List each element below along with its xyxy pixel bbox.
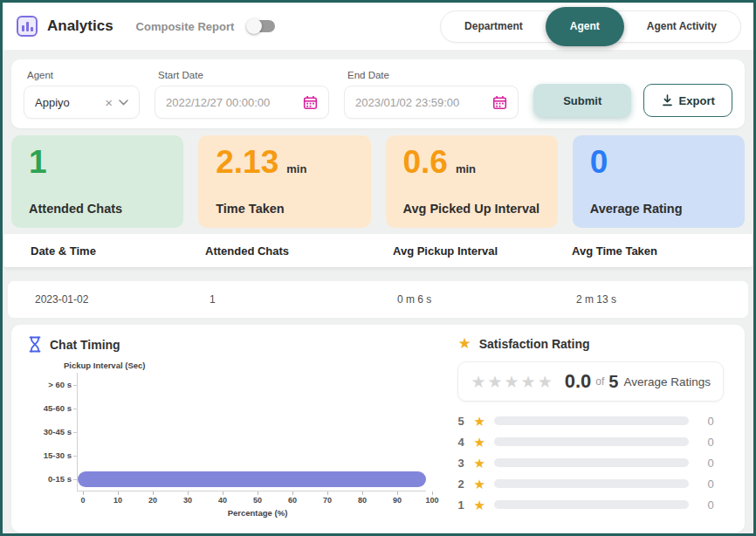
chart-bar (78, 471, 426, 487)
rating-bar (494, 437, 689, 446)
axis-tick (153, 491, 154, 495)
chart-bar-row (78, 373, 426, 396)
page-title: Analytics (47, 17, 113, 35)
table-body: 2023-01-0210 m 6 s2 m 13 s (8, 281, 748, 318)
composite-report-toggle[interactable] (246, 17, 278, 35)
stat-value-row: 0 (590, 144, 727, 182)
start-date-calendar-icon[interactable] (303, 95, 318, 110)
analytics-icon (17, 16, 38, 37)
star-icon: ★ (473, 436, 485, 449)
bottom-panel: Chat Timing Pickup Interval (Sec) > 60 s… (11, 325, 745, 533)
table-cell: 2 m 13 s (576, 293, 748, 306)
download-icon (662, 94, 673, 107)
stat-label: Average Rating (590, 202, 727, 216)
export-button[interactable]: Export (643, 84, 732, 117)
axis-tick-label: 10 (113, 496, 122, 505)
chart-category-label: 30-45 s (28, 420, 72, 443)
chat-timing-panel: Chat Timing Pickup Interval (Sec) > 60 s… (11, 325, 447, 533)
chart-category-label: > 60 s (28, 373, 72, 396)
rating-row: 2★0 (457, 478, 720, 490)
axis-tick-label: 40 (218, 496, 227, 505)
rating-label: 2 (457, 478, 467, 491)
header: Analytics Composite Report DepartmentAge… (3, 3, 753, 50)
axis-tick (223, 491, 223, 495)
axis-tick (432, 491, 433, 495)
table-cell: 2023-01-02 (35, 293, 210, 306)
clear-icon[interactable]: × (105, 96, 113, 109)
stat-card: 0.6minAvg Picked Up Interval (386, 135, 558, 228)
tab-group: DepartmentAgentAgent Activity (440, 10, 741, 43)
agent-select[interactable]: Appiyo × (24, 86, 140, 119)
rating-row: 4★0 (457, 436, 720, 448)
start-date-field: Start Date 2022/12/27 00:00:00 (155, 68, 329, 119)
star-icon: ★ (471, 373, 487, 391)
chart-title: Chat Timing (50, 338, 120, 352)
axis-tick-label: 70 (323, 496, 332, 505)
axis-tick-label: 20 (148, 496, 157, 505)
tab-agent-activity[interactable]: Agent Activity (623, 11, 740, 42)
stat-card: 1Attended Chats (11, 135, 183, 228)
chart-bar-row (78, 467, 426, 491)
axis-tick (118, 491, 119, 495)
end-date-label: End Date (347, 70, 519, 80)
rating-count: 0 (701, 478, 720, 491)
chat-timing-title: Chat Timing (28, 336, 447, 353)
submit-button[interactable]: Submit (533, 84, 631, 117)
stat-label: Time Taken (216, 202, 353, 216)
chevron-down-icon (119, 100, 128, 106)
star-icon: ★ (521, 373, 538, 391)
axis-tick (292, 491, 293, 495)
rating-bar (494, 500, 689, 509)
chart-bar-row (78, 396, 426, 420)
chart-category-label: 15-30 s (28, 443, 72, 467)
satisfaction-panel: ★ Satisfaction Rating ★★★★★ 0.0 of 5 Ave… (447, 325, 745, 533)
axis-tick-label: 0 (80, 496, 85, 505)
stat-value-row: 0.6min (403, 144, 540, 182)
stat-card: 2.13minTime Taken (198, 135, 370, 228)
rating-bar (494, 458, 689, 467)
agent-selected-value: Appiyo (35, 96, 105, 109)
rating-breakdown: 5★04★03★02★01★0 (457, 415, 724, 511)
table-header-cell: Avg Time Taken (572, 244, 753, 258)
tab-agent[interactable]: Agent (546, 7, 624, 46)
axis-tick (188, 491, 189, 495)
table-cell: 1 (210, 293, 397, 306)
satisfaction-title-row: ★ Satisfaction Rating (457, 336, 724, 351)
star-icon: ★ (473, 498, 485, 512)
max-rating-value: 5 (608, 372, 618, 392)
stat-value: 0.6 (403, 144, 448, 182)
axis-tick-label: 50 (253, 496, 262, 505)
end-date-value: 2023/01/02 23:59:00 (355, 96, 492, 109)
star-icon: ★ (473, 415, 485, 428)
stat-label: Attended Chats (29, 202, 166, 216)
of-label: of (595, 375, 604, 388)
agent-label: Agent (27, 70, 140, 80)
table-header-cell: Attended Chats (205, 244, 393, 258)
average-rating-card: ★★★★★ 0.0 of 5 Average Ratings (457, 361, 724, 402)
tab-department[interactable]: Department (441, 11, 546, 42)
axis-tick-label: 80 (358, 496, 367, 505)
hourglass-icon (28, 336, 42, 353)
axis-tick (258, 491, 258, 495)
rating-row: 1★0 (457, 498, 720, 511)
start-date-input[interactable]: 2022/12/27 00:00:00 (155, 86, 329, 119)
chart-category-labels: > 60 s45-60 s30-45 s15-30 s0-15 s (28, 373, 77, 491)
end-date-field: End Date 2023/01/02 23:59:00 (344, 68, 519, 119)
stat-unit: min (456, 162, 476, 175)
agent-field: Agent Appiyo × (24, 68, 140, 119)
start-date-label: Start Date (158, 70, 329, 80)
satisfaction-title: Satisfaction Rating (479, 337, 590, 351)
table-row: 2023-01-0210 m 6 s2 m 13 s (8, 281, 748, 318)
axis-tick (83, 491, 84, 495)
end-date-calendar-icon[interactable] (492, 95, 507, 110)
table-header-cell: Date & Time (31, 244, 205, 258)
axis-tick-label: 30 (183, 496, 192, 505)
star-icon: ★ (473, 457, 485, 470)
end-date-input[interactable]: 2023/01/02 23:59:00 (344, 86, 519, 119)
export-label: Export (679, 94, 715, 107)
composite-report-label: Composite Report (136, 20, 235, 33)
summary-stars: ★★★★★ (471, 372, 553, 392)
stat-value: 0 (590, 144, 608, 182)
rating-label: 4 (457, 436, 467, 449)
star-icon: ★ (538, 373, 554, 391)
